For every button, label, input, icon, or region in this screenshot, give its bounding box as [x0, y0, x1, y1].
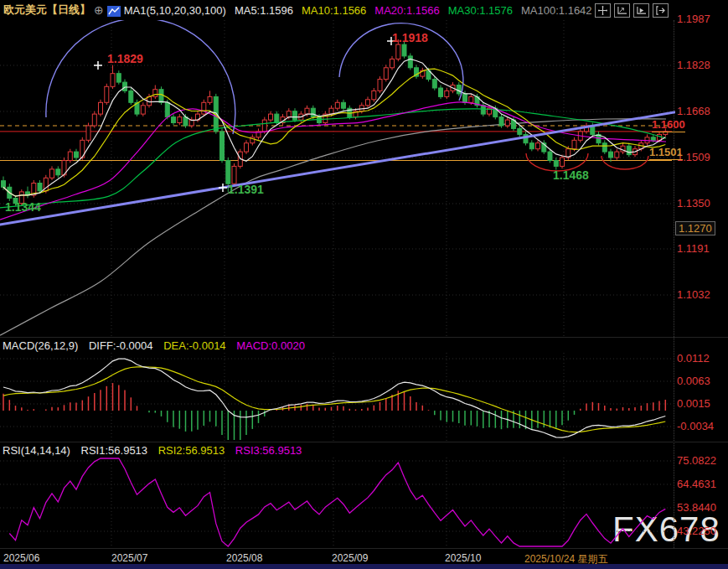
- rsi-panel[interactable]: [0, 458, 675, 548]
- x-axis-label: 2025/06: [3, 552, 39, 564]
- x-axis-label: 2025/08: [226, 552, 262, 564]
- macd-dea-value: DEA:-0.0014: [163, 339, 225, 352]
- x-axis-label: 2025/09: [332, 552, 368, 564]
- zoom-extents-icon[interactable]: [614, 3, 630, 18]
- macd-macd-value: MACD:0.0020: [236, 339, 305, 352]
- price-axis-highlight-label: 1.1270: [675, 221, 715, 235]
- cross-marker: [94, 61, 102, 70]
- chart-annotation: 1.1918: [392, 31, 428, 44]
- jump-latest-icon[interactable]: [653, 3, 669, 18]
- rsi2-value: RSI2:56.9513: [158, 444, 225, 457]
- macd-axis-label: 0.0063: [677, 375, 710, 387]
- ma100-value-label: MA100:1.1642: [521, 4, 592, 17]
- chart-annotation: 1.1391: [228, 183, 264, 196]
- x-axis-label: 2025/07: [111, 552, 147, 564]
- panel-separator: [0, 337, 728, 338]
- chart-application: 欧元美元【日线】 ⊕ MA1(5,10,20,30,100) MA5:1.159…: [0, 0, 728, 569]
- rsi-title: RSI(14,14,14): [3, 444, 70, 457]
- macd-header: MACD(26,12,9) DIFF:-0.0004 DEA:-0.0014 M…: [3, 339, 312, 352]
- ma30-value-label: MA30:1.1576: [448, 4, 513, 17]
- ma20-value-label: MA20:1.1566: [374, 4, 439, 17]
- rsi3-value: RSI3:56.9513: [235, 444, 302, 457]
- macd-axis-label: 0.0112: [677, 352, 710, 365]
- price-axis-label: 1.1668: [677, 105, 710, 117]
- add-indicator-icon[interactable]: ⊕: [94, 3, 104, 17]
- macd-panel[interactable]: [0, 353, 675, 442]
- autoplay-icon[interactable]: [633, 3, 649, 18]
- annotation-arc: [46, 20, 235, 134]
- bottom-strip: [0, 564, 728, 569]
- ma-settings-label: MA1(5,10,20,30,100): [124, 4, 226, 17]
- macd-axis-label: 0.0015: [677, 397, 710, 410]
- dea-line: [3, 367, 665, 432]
- chart-annotation: 1.1829: [107, 52, 143, 65]
- ma10-value-label: MA10:1.1566: [302, 4, 366, 17]
- panel-separator: [0, 442, 728, 442]
- macd-title: MACD(26,12,9): [3, 339, 78, 352]
- macd-diff-value: DIFF:-0.0004: [89, 339, 153, 352]
- chart-toolbar: [591, 3, 669, 18]
- price-axis-label: 1.1987: [677, 13, 710, 25]
- rsi-axis-label: 43.2250: [677, 525, 716, 537]
- price-axis-label: 1.1032: [677, 288, 710, 301]
- symbol-period-label: 欧元美元【日线】: [3, 3, 90, 18]
- rsi-axis-label: 75.0822: [677, 454, 716, 467]
- x-axis-label: 2025/10: [445, 552, 481, 564]
- rsi-axis-label: 53.8440: [677, 501, 716, 514]
- chart-annotation: 1.1600: [652, 118, 685, 132]
- rsi-axis-label: 64.4631: [677, 478, 716, 490]
- diff-line: [3, 359, 665, 437]
- rsi-header: RSI(14,14,14) RSI1:56.9513 RSI2:56.9513 …: [3, 444, 309, 457]
- chart-annotation: 1.1344: [5, 200, 41, 214]
- chart-annotation: 1.1468: [553, 168, 589, 182]
- price-axis-label: 1.1828: [677, 59, 710, 71]
- rsi1-value: RSI1:56.9513: [81, 444, 148, 457]
- indicator-chart-icon[interactable]: [107, 6, 121, 17]
- cross-marker: [219, 184, 227, 192]
- macd-axis-label: -0.0034: [677, 420, 714, 432]
- panel-separator: [0, 548, 728, 549]
- ma5-value-label: MA5:1.1596: [235, 4, 293, 17]
- move-tool-icon[interactable]: [595, 3, 611, 18]
- rsi-line: [9, 458, 665, 546]
- price-axis-label: 1.1191: [677, 242, 710, 255]
- price-axis-label: 1.1350: [677, 197, 710, 209]
- chart-annotation: 1.1501: [649, 146, 683, 160]
